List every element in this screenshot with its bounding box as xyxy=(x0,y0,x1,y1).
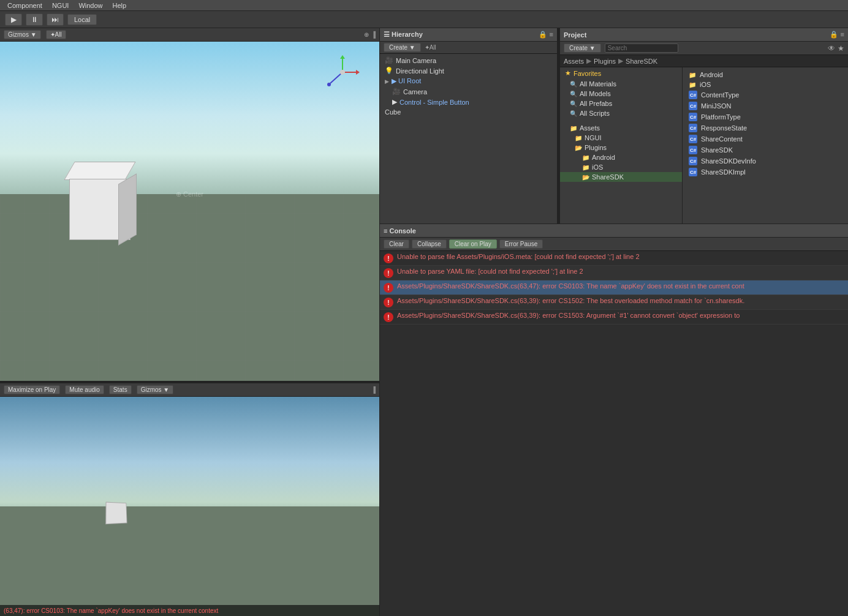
hierarchy-header: ☰ Hierarchy 🔒 ≡ xyxy=(380,28,557,42)
game-canvas[interactable] xyxy=(0,397,379,616)
hierarchy-content[interactable]: 🎥 Main Camera 💡 Directional Light ▶ ▶ UI… xyxy=(380,54,557,223)
menu-window[interactable]: Window xyxy=(74,2,107,9)
breadcrumb-assets[interactable]: Assets xyxy=(564,58,584,65)
cs-icon-platformtype: C# xyxy=(689,113,697,121)
hierarchy-item-main-camera[interactable]: 🎥 Main Camera xyxy=(380,55,557,66)
scene-toolbar: Gizmos ▼ ✦All ⊕ ▐ xyxy=(0,28,379,42)
play-button[interactable]: ▶ xyxy=(5,13,22,26)
assets-android[interactable]: 📁 Android xyxy=(560,152,682,162)
scene-all-button[interactable]: ✦All xyxy=(46,30,66,39)
files-panel[interactable]: 📁 Android 📁 iOS C# ContentType C# xyxy=(683,67,848,223)
menu-ngui[interactable]: NGUI xyxy=(47,2,74,9)
file-item-minijson[interactable]: C# MiniJSON xyxy=(685,100,846,111)
assets-ios[interactable]: 📁 iOS xyxy=(560,162,682,172)
hierarchy-menu-icon[interactable]: ≡ xyxy=(550,31,553,39)
file-item-platformtype[interactable]: C# PlatformType xyxy=(685,111,846,122)
stats-button[interactable]: Stats xyxy=(109,385,132,394)
console-tab[interactable]: ≡ Console xyxy=(384,227,416,235)
menu-help[interactable]: Help xyxy=(108,2,132,9)
folder-icon-assets: 📁 xyxy=(570,125,577,132)
svg-point-7 xyxy=(340,70,345,75)
step-button[interactable]: ⏭ xyxy=(47,13,64,26)
console-row-4[interactable]: ! Assets/Plugins/ShareSDK/ShareSDK.cs(63… xyxy=(380,310,848,325)
search-icon-materials: 🔍 xyxy=(570,81,577,88)
assets-ngui[interactable]: 📁 NGUI xyxy=(560,133,682,143)
console-collapse-button[interactable]: Collapse xyxy=(412,239,447,249)
folder-icon-plugins: 📂 xyxy=(575,145,582,151)
hierarchy-tab[interactable]: ☰ Hierarchy xyxy=(384,31,423,39)
hierarchy-item-directional-light[interactable]: 💡 Directional Light xyxy=(380,66,557,76)
project-lock-icon[interactable]: 🔒 xyxy=(830,31,838,39)
cube-right-face xyxy=(118,173,137,245)
hierarchy-item-control-simple-button[interactable]: ▶ Control - Simple Button xyxy=(380,97,557,107)
file-folder-android: 📁 xyxy=(689,72,696,78)
game-gizmos-button[interactable]: Gizmos ▼ xyxy=(137,385,174,394)
camera-icon: 🎥 xyxy=(385,56,393,64)
assets-sharesdk[interactable]: 📂 ShareSDK xyxy=(560,172,682,182)
project-menu-icon[interactable]: ≡ xyxy=(841,31,844,39)
project-star-icon[interactable]: ★ xyxy=(838,44,844,53)
fav-all-prefabs[interactable]: 🔍 All Prefabs xyxy=(560,99,682,108)
mute-audio-button[interactable]: Mute audio xyxy=(65,385,104,394)
assets-root[interactable]: 📁 Assets xyxy=(560,123,682,133)
console-row-3[interactable]: ! Assets/Plugins/ShareSDK/ShareSDK.cs(63… xyxy=(380,295,848,310)
folder-icon-android: 📁 xyxy=(582,154,589,161)
local-button[interactable]: Local xyxy=(67,14,97,25)
favorites-panel[interactable]: ★ Favorites 🔍 All Materials 🔍 All Models xyxy=(560,67,683,223)
file-item-ios[interactable]: 📁 iOS xyxy=(685,80,846,89)
breadcrumb-plugins[interactable]: Plugins xyxy=(594,58,616,65)
file-item-contenttype[interactable]: C# ContentType xyxy=(685,89,846,100)
gizmos-button[interactable]: Gizmos ▼ xyxy=(4,30,41,39)
menu-component[interactable]: Component xyxy=(2,2,47,9)
project-search-input[interactable] xyxy=(605,43,678,53)
console-row-1[interactable]: ! Unable to parse YAML file: [could not … xyxy=(380,266,848,280)
project-create-button[interactable]: Create ▼ xyxy=(564,43,601,53)
hierarchy-item-camera[interactable]: 🎥 Camera xyxy=(380,86,557,97)
assets-plugins[interactable]: 📂 Plugins xyxy=(560,143,682,152)
game-view[interactable]: Maximize on Play Mute audio Stats Gizmos… xyxy=(0,383,379,616)
scene-view[interactable]: Gizmos ▼ ✦All ⊕ ▐ xyxy=(0,28,379,381)
console-clear-on-play-button[interactable]: Clear on Play xyxy=(449,239,497,249)
console-clear-button[interactable]: Clear xyxy=(384,239,409,249)
console-msg-0: Unable to parse file Assets/Plugins/iOS.… xyxy=(397,253,844,260)
project-action-icons: 👁 ★ xyxy=(828,44,844,53)
search-icon-models: 🔍 xyxy=(570,91,577,97)
pause-button[interactable]: ⏸ xyxy=(26,13,43,26)
file-item-sharesdkdevinfo[interactable]: C# ShareSDKDevInfo xyxy=(685,156,846,167)
expand-icon: ▶ xyxy=(385,78,389,85)
project-content: ★ Favorites 🔍 All Materials 🔍 All Models xyxy=(560,67,848,223)
file-item-sharecontent[interactable]: C# ShareContent xyxy=(685,133,846,145)
console-msg-4: Assets/Plugins/ShareSDK/ShareSDK.cs(63,3… xyxy=(397,312,844,319)
hierarchy-item-ui-root[interactable]: ▶ ▶ UI Root xyxy=(380,76,557,86)
star-icon: ★ xyxy=(565,69,571,77)
project-eye-icon[interactable]: 👁 xyxy=(828,44,835,53)
main-toolbar: ▶ ⏸ ⏭ Local xyxy=(0,11,848,28)
console-toolbar: Clear Collapse Clear on Play Error Pause xyxy=(380,238,848,251)
file-item-android[interactable]: 📁 Android xyxy=(685,70,846,80)
file-item-responsestate[interactable]: C# ResponseState xyxy=(685,122,846,133)
file-item-sharesdk[interactable]: C# ShareSDK xyxy=(685,145,846,156)
hierarchy-lock-icon[interactable]: 🔒 xyxy=(539,31,547,39)
error-icon-1: ! xyxy=(384,268,393,278)
fav-all-scripts[interactable]: 🔍 All Scripts xyxy=(560,108,682,118)
folder-icon-sharesdk: 📂 xyxy=(582,174,589,181)
maximize-on-play-button[interactable]: Maximize on Play xyxy=(4,385,60,394)
right-panel: ☰ Hierarchy 🔒 ≡ Create ▼ ✦All 🎥 Main Cam… xyxy=(380,28,848,616)
hierarchy-create-button[interactable]: Create ▼ xyxy=(384,43,421,52)
fav-all-models[interactable]: 🔍 All Models xyxy=(560,89,682,99)
project-panel: Project 🔒 ≡ Create ▼ 👁 ★ Assets xyxy=(560,28,848,223)
hierarchy-item-cube[interactable]: Cube xyxy=(380,107,557,117)
scene-canvas[interactable]: ⊕ Center xyxy=(0,42,379,381)
console-error-pause-button[interactable]: Error Pause xyxy=(499,239,543,249)
fav-all-materials[interactable]: 🔍 All Materials xyxy=(560,79,682,89)
breadcrumb-sep1: ▶ xyxy=(586,57,591,65)
sub-camera-icon: 🎥 xyxy=(392,88,401,96)
file-item-sharesdkimpl[interactable]: C# ShareSDKImpl xyxy=(685,167,846,178)
console-content[interactable]: ! Unable to parse file Assets/Plugins/iO… xyxy=(380,251,848,616)
console-row-2[interactable]: ! Assets/Plugins/ShareSDK/ShareSDK.cs(63… xyxy=(380,280,848,295)
console-row-0[interactable]: ! Unable to parse file Assets/Plugins/iO… xyxy=(380,251,848,266)
breadcrumb-sharesdk[interactable]: ShareSDK xyxy=(626,58,657,65)
svg-marker-4 xyxy=(356,70,360,75)
project-tab[interactable]: Project xyxy=(564,31,586,39)
hierarchy-panel: ☰ Hierarchy 🔒 ≡ Create ▼ ✦All 🎥 Main Cam… xyxy=(380,28,558,223)
